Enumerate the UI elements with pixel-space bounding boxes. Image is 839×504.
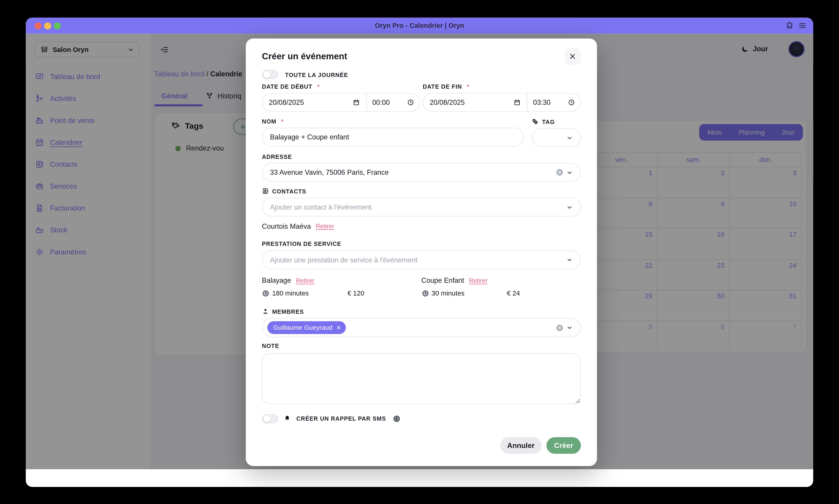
tag-label: TAG: [542, 119, 555, 125]
end-date-input[interactable]: 20/08/2025: [423, 93, 528, 111]
modal-title: Créer un événement: [262, 51, 347, 61]
note-label: NOTE: [262, 343, 279, 349]
selected-contact-row: Courtois Maéva Retirer: [262, 222, 581, 230]
remove-service-link[interactable]: Retirer: [469, 277, 487, 284]
required-marker: *: [467, 84, 469, 90]
menu-icon[interactable]: [798, 21, 807, 30]
extensions-icon[interactable]: [785, 21, 794, 30]
chevron-down-icon: [566, 204, 573, 210]
clock-icon: [262, 290, 269, 297]
members-label: MEMBRES: [272, 308, 304, 314]
chevron-down-icon: [566, 169, 573, 176]
close-icon: [569, 53, 576, 60]
start-date-group: DATE DE DÉBUT* 20/08/2025 00:00: [262, 84, 420, 112]
info-icon[interactable]: [392, 414, 401, 422]
chevron-down-icon: [566, 324, 573, 331]
service-select[interactable]: Ajouter une prestation de service à l'év…: [262, 250, 581, 269]
clear-address-icon[interactable]: [555, 168, 564, 177]
cancel-button[interactable]: Annuler: [500, 437, 542, 454]
create-event-modal: Créer un événement TOUTE LA JOURNÉE DATE…: [246, 38, 597, 466]
service-price: € 24: [507, 290, 520, 297]
tag-icon: [532, 118, 539, 125]
service-details: 180 minutes € 120: [262, 290, 421, 297]
remove-contact-link[interactable]: Retirer: [316, 223, 334, 229]
screen: Oryn Pro - Calendrier | Oryn Salon Oryn: [0, 0, 839, 504]
sms-reminder-label: CRÉER UN RAPPEL PAR SMS: [296, 415, 386, 422]
start-time-input[interactable]: 00:00: [367, 93, 419, 111]
contacts-select[interactable]: Ajouter un contact à l'événement: [262, 198, 581, 216]
tag-select[interactable]: [532, 128, 581, 147]
clock-picker-icon[interactable]: [568, 99, 575, 106]
contact-name: Courtois Maéva: [262, 222, 311, 230]
address-label: ADRESSE: [262, 154, 292, 160]
required-marker: *: [317, 84, 320, 90]
calendar-picker-icon[interactable]: [353, 99, 360, 106]
service-duration: 180 minutes: [272, 290, 347, 297]
remove-service-link[interactable]: Retirer: [296, 277, 314, 284]
note-group: NOTE: [262, 343, 581, 404]
service-label: PRESTATION DE SERVICE: [262, 240, 341, 247]
window-title: Oryn Pro - Calendrier | Oryn: [26, 18, 813, 34]
chevron-down-icon: [566, 256, 573, 263]
sms-reminder-toggle[interactable]: [262, 414, 278, 423]
contacts-label: CONTACTS: [272, 188, 307, 194]
close-modal-button[interactable]: [564, 48, 581, 65]
service-details: 30 minutes € 24: [421, 290, 581, 297]
start-date-label: DATE DE DÉBUT: [262, 84, 312, 90]
all-day-label: TOUTE LA JOURNÉE: [285, 71, 348, 78]
address-select[interactable]: 33 Avenue Vavin, 75006 Paris, France: [262, 163, 581, 182]
person-icon: [262, 308, 269, 314]
members-group: MEMBRES Guillaume Gueyraud ✕: [262, 308, 581, 337]
create-button[interactable]: Créer: [546, 437, 581, 454]
address-group: ADRESSE 33 Avenue Vavin, 75006 Paris, Fr…: [262, 154, 581, 182]
titlebar: Oryn Pro - Calendrier | Oryn: [26, 18, 813, 34]
selected-service-row: Balayage Retirer: [262, 276, 421, 284]
clear-members-icon[interactable]: [555, 323, 564, 332]
chevron-down-icon: [566, 134, 573, 141]
window-footer: [26, 469, 813, 487]
event-name-input[interactable]: Balayage + Coupe enfant: [262, 128, 524, 146]
service-name: Coupe Enfant: [421, 276, 464, 284]
service-group: PRESTATION DE SERVICE Ajouter une presta…: [262, 240, 581, 270]
required-marker: *: [281, 118, 284, 124]
remove-member-icon[interactable]: ✕: [336, 324, 341, 331]
end-date-label: DATE DE FIN: [423, 84, 462, 90]
calendar-picker-icon[interactable]: [514, 99, 521, 106]
note-textarea[interactable]: [262, 354, 581, 404]
clock-icon: [421, 290, 429, 297]
name-label: NOM: [262, 118, 276, 124]
contacts-group: CONTACTS Ajouter un contact à l'événemen…: [262, 187, 581, 216]
bell-icon: [283, 415, 291, 422]
end-time-input[interactable]: 03:30: [528, 93, 580, 111]
start-date-input[interactable]: 20/08/2025: [262, 93, 367, 111]
contact-card-icon: [262, 187, 269, 194]
selected-service-row: Coupe Enfant Retirer: [421, 276, 581, 284]
members-select[interactable]: Guillaume Gueyraud ✕: [262, 318, 581, 337]
end-date-group: DATE DE FIN* 20/08/2025 03:30: [423, 84, 581, 112]
service-price: € 120: [347, 290, 364, 297]
tag-group: TAG: [532, 118, 581, 147]
clock-picker-icon[interactable]: [407, 99, 414, 106]
name-group: NOM* Balayage + Coupe enfant: [262, 118, 524, 147]
service-duration: 30 minutes: [432, 290, 507, 297]
all-day-toggle[interactable]: [262, 70, 278, 79]
member-chip: Guillaume Gueyraud ✕: [267, 321, 346, 334]
service-name: Balayage: [262, 276, 291, 284]
